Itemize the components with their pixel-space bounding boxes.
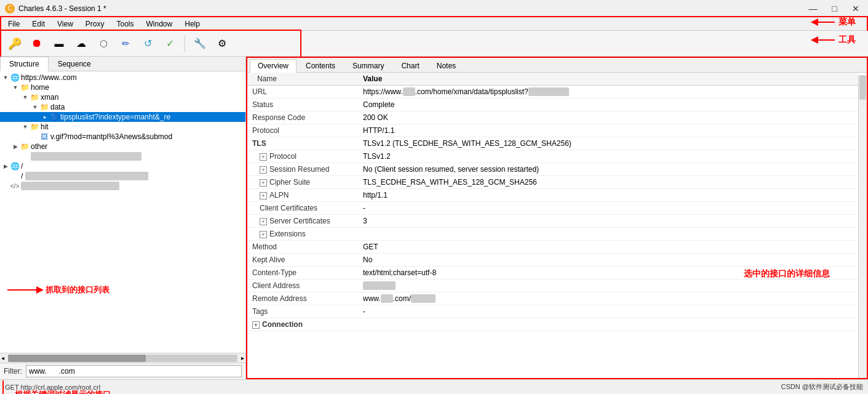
window-controls: — □ ✕ — [805, 2, 863, 15]
domain-icon: 🌐 — [10, 162, 20, 171]
row-value: TLSv1.2 (TLS_ECDHE_RSA_WITH_AES_128_GCM_… — [358, 137, 858, 150]
row-name: Client Address — [247, 279, 358, 292]
list-item[interactable]: ▸ 🔵 tipspluslist?indextype=manht&_re — [0, 112, 245, 122]
scroll-thumb[interactable] — [859, 75, 866, 100]
settings-button[interactable]: ⚙ — [212, 34, 232, 54]
menu-proxy[interactable]: Proxy — [80, 18, 110, 30]
row-value: TLSv1.2 — [358, 150, 858, 163]
clear-button[interactable]: ↺ — [138, 34, 157, 54]
row-value — [358, 279, 858, 292]
menu-view[interactable]: View — [52, 18, 79, 30]
expand-icon[interactable]: + — [260, 231, 267, 238]
tree-label — [31, 152, 245, 161]
tree-label: v.gif?mod=mantpl%3Anews&submod — [50, 132, 245, 141]
tab-notes[interactable]: Notes — [429, 59, 464, 72]
list-item[interactable]: ▶ 🌐 / — [0, 161, 245, 171]
table-row: +Session Resumed No (Client session resu… — [247, 163, 858, 176]
list-item[interactable]: ▼ 📁 home — [0, 82, 245, 92]
tab-overview[interactable]: Overview — [250, 59, 297, 73]
record-button[interactable]: ⏺ — [27, 34, 47, 54]
stop-button[interactable]: ⬡ — [94, 34, 113, 54]
tree-expand-icon[interactable]: ▼ — [31, 104, 39, 110]
list-item[interactable]: ▼ 📁 data — [0, 102, 245, 112]
maximize-button[interactable]: □ — [829, 2, 841, 15]
table-row: +Server Certificates 3 — [247, 215, 858, 228]
row-name: +Session Resumed — [247, 163, 358, 176]
row-value: 3 — [358, 215, 858, 228]
tab-summary[interactable]: Summary — [344, 59, 392, 72]
menu-edit[interactable]: Edit — [26, 18, 50, 30]
close-button[interactable]: ✕ — [848, 2, 863, 15]
overview-table: Name Value URL https://www. .com/home/xm… — [247, 73, 858, 331]
filter-label: Filter: — [4, 367, 22, 376]
title-text: Charles 4.6.3 - Session 1 * — [18, 4, 106, 13]
tree-label: data — [50, 103, 245, 111]
menu-file[interactable]: File — [2, 18, 25, 30]
menu-area: File Edit View Proxy Tools Window Help 菜… — [0, 17, 868, 31]
tree-label: / — [21, 162, 245, 171]
row-value: No (Client session resumed, server sessi… — [358, 163, 858, 176]
scroll-right-button[interactable]: ▸ — [240, 355, 245, 361]
scroll-bar[interactable] — [8, 355, 237, 362]
table-row: +ALPN http/1.1 — [247, 189, 858, 202]
list-item[interactable]: ▼ 📁 xman — [0, 92, 245, 102]
tab-structure[interactable]: Structure — [0, 57, 49, 71]
tools-button[interactable]: 🔧 — [190, 34, 210, 54]
tree-expand-icon[interactable]: ▼ — [21, 124, 30, 130]
ssl-proxying-button[interactable]: 🔑 — [5, 34, 25, 54]
table-row: Client Certificates - — [247, 202, 858, 215]
minimize-button[interactable]: — — [805, 2, 821, 15]
expand-icon[interactable]: + — [260, 153, 267, 161]
tree-expand-icon[interactable]: ▶ — [11, 143, 20, 150]
expand-icon[interactable]: + — [260, 192, 267, 199]
list-item[interactable]: / — [0, 171, 245, 181]
list-item[interactable]: ▼ 📁 hit — [0, 122, 245, 132]
tab-contents[interactable]: Contents — [298, 59, 343, 72]
compose-button[interactable]: ✏ — [116, 34, 135, 54]
row-value: www. .com/ — [358, 292, 858, 305]
expand-icon[interactable]: + — [252, 321, 260, 329]
toolbar-separator — [185, 35, 185, 52]
table-row: +Protocol TLSv1.2 — [247, 150, 858, 163]
tab-chart[interactable]: Chart — [393, 59, 427, 72]
list-item[interactable]: ▼ 🌐 https://www. .com — [0, 73, 245, 82]
list-item[interactable] — [0, 151, 245, 161]
table-row: Protocol HTTP/1.1 — [247, 124, 858, 137]
title-left: C Charles 4.6.3 - Session 1 * — [5, 4, 106, 14]
tab-sequence[interactable]: Sequence — [49, 57, 100, 71]
throttle-button[interactable]: ▬ — [49, 34, 69, 54]
expand-icon[interactable]: + — [260, 166, 267, 174]
list-item[interactable]: ▶ 📁 other — [0, 142, 245, 151]
status-right-text: CSDN @软件测试必备技能 — [781, 382, 863, 392]
app-icon: C — [5, 4, 15, 14]
folder-icon: 📁 — [20, 83, 30, 92]
tree-expand-icon[interactable]: ▶ — [1, 163, 10, 169]
domain-icon: 🌐 — [10, 73, 20, 82]
overview-content[interactable]: Name Value URL https://www. .com/home/xm… — [247, 73, 867, 378]
table-row: URL https://www. .com/home/xman/data/tip… — [247, 86, 858, 98]
tree-expand-icon[interactable]: ▸ — [41, 114, 49, 120]
row-name: Status — [247, 98, 358, 111]
left-horizontal-scroll[interactable]: ◂ ▸ — [0, 353, 245, 363]
scroll-thumb[interactable] — [8, 355, 146, 362]
filter-input[interactable] — [26, 365, 242, 377]
right-scrollbar[interactable] — [858, 75, 867, 378]
table-row: +Extensions — [247, 228, 858, 241]
filter-button[interactable]: ✓ — [160, 34, 180, 54]
tree-expand-icon[interactable]: ▼ — [11, 84, 20, 90]
row-name: Remote Address — [247, 292, 358, 305]
list-item[interactable]: </> — [0, 181, 245, 191]
right-panel-tabs: Overview Contents Summary Chart Notes — [247, 58, 867, 73]
list-item[interactable]: 🖼 v.gif?mod=mantpl%3Anews&submod — [0, 132, 245, 142]
menu-tools[interactable]: Tools — [111, 18, 140, 30]
menu-window[interactable]: Window — [141, 18, 178, 30]
expand-icon[interactable]: + — [260, 179, 267, 187]
tree-view[interactable]: ▼ 🌐 https://www. .com ▼ 📁 home ▼ 📁 xman … — [0, 71, 245, 353]
scroll-left-button[interactable]: ◂ — [0, 355, 6, 361]
expand-icon[interactable]: + — [260, 218, 267, 225]
tree-expand-icon[interactable]: ▼ — [1, 74, 10, 81]
breakpoints-button[interactable]: ☁ — [71, 34, 91, 54]
tree-expand-icon[interactable]: ▼ — [21, 94, 30, 100]
menu-help[interactable]: Help — [179, 18, 205, 30]
filter-bar: Filter: — [0, 363, 245, 379]
